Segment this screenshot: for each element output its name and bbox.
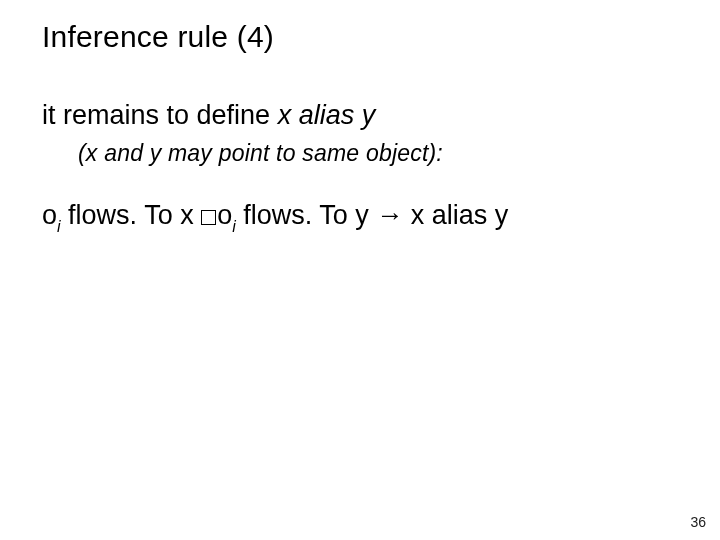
alias-word: alias xyxy=(291,100,362,130)
subscript-i-2: i xyxy=(232,218,236,235)
var-y: y xyxy=(362,100,376,130)
slide: Inference rule (4) it remains to define … xyxy=(0,0,720,540)
definition-prefix: it remains to define xyxy=(42,100,278,130)
var-x: x xyxy=(278,100,292,130)
definition-line: it remains to define x alias y xyxy=(42,100,375,131)
slide-title: Inference rule (4) xyxy=(42,20,274,54)
page-number: 36 xyxy=(690,514,706,530)
definition-subline: (x and y may point to same object): xyxy=(78,140,443,167)
obj-o-1: o xyxy=(42,200,57,230)
missing-glyph-box-icon xyxy=(201,210,216,225)
flowsto-x: flows. To x xyxy=(61,200,202,230)
inference-rule: oi flows. To x oi flows. To y → x alias … xyxy=(42,200,508,234)
obj-o-2: o xyxy=(217,200,232,230)
subscript-i-1: i xyxy=(57,218,61,235)
flowsto-y-arrow-alias: flows. To y → x alias y xyxy=(236,200,509,230)
